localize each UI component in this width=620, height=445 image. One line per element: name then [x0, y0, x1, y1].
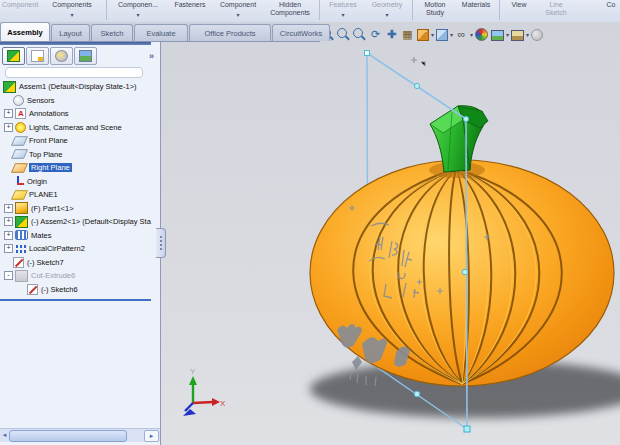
featuremanager-tab[interactable] [2, 47, 25, 65]
plane-icon [11, 150, 28, 159]
sketch-icon [13, 257, 24, 268]
zoom-in-out-icon[interactable] [353, 28, 366, 41]
tree-item-sensors[interactable]: Sensors [0, 94, 160, 108]
tree-item-part1[interactable]: +(F) Part1<1> [0, 202, 160, 216]
tree-filter-box[interactable] [5, 67, 143, 78]
ribbon-separator [499, 0, 500, 20]
expand-box[interactable]: + [4, 123, 13, 132]
ribbon-button-fasteners[interactable]: Fasteners [167, 0, 213, 23]
annotations-icon [15, 108, 26, 119]
ribbon-button-line-sketch[interactable]: LineSketch [536, 0, 576, 23]
dropdown-caret-icon[interactable]: ▾ [470, 31, 473, 38]
ribbon-separator [412, 0, 413, 20]
solidworks-window: Component Components▾ Componen...▾ Faste… [0, 0, 620, 445]
ribbon-button-components[interactable]: Components▾ [40, 0, 104, 23]
dropdown-caret-icon: ▾ [136, 12, 139, 18]
camera-disabled-icon [531, 29, 543, 41]
tree-item-assem2[interactable]: +(-) Assem2<1> (Default<Display Sta [0, 215, 160, 229]
tree-item-lights[interactable]: +Lights, Cameras and Scene [0, 121, 160, 135]
pan-icon[interactable]: ✚ [385, 28, 398, 41]
ribbon-button-move-component[interactable]: Component▾ [213, 0, 263, 23]
displaymanager-tab[interactable] [74, 47, 97, 65]
ribbon-button-component-pattern[interactable]: Componen...▾ [109, 0, 167, 23]
graphics-area[interactable]: Y X [160, 22, 620, 445]
ribbon-button-cut-off[interactable]: Co [602, 0, 620, 23]
ribbon-button-insert-component[interactable]: Component [0, 0, 40, 23]
tree-item-plane1[interactable]: PLANE1 [0, 188, 160, 202]
ribbon-separator [106, 0, 107, 20]
ribbon-button-motion-study[interactable]: MotionStudy [415, 0, 455, 23]
dropdown-caret-icon[interactable]: ▾ [450, 31, 453, 38]
panel-horizontal-scrollbar[interactable]: ◂ ▸ [0, 428, 160, 442]
zoom-to-area-icon[interactable] [337, 28, 350, 41]
feature-tree: Assem1 (Default<Display State-1>) Sensor… [0, 80, 160, 296]
featuremanager-tree-icon [7, 50, 20, 62]
propertymanager-icon [31, 50, 44, 62]
part-icon [15, 202, 28, 214]
tree-item-sketch7[interactable]: (-) Sketch7 [0, 256, 160, 270]
expand-box[interactable]: + [4, 204, 13, 213]
dropdown-caret-icon[interactable]: ▾ [431, 31, 434, 38]
expand-box[interactable]: + [4, 109, 13, 118]
move-component-icon[interactable]: ▦ [401, 28, 414, 41]
dropdown-caret-icon: ▾ [236, 12, 239, 18]
tree-item-mates[interactable]: +Mates [0, 229, 160, 243]
tree-item-origin[interactable]: Origin [0, 175, 160, 189]
dropdown-caret-icon: ▾ [70, 12, 73, 18]
view-settings-icon[interactable] [511, 30, 524, 41]
pattern-icon [15, 244, 26, 254]
cut-extrude-icon [15, 270, 28, 282]
command-manager-tabs: Assembly Layout Sketch Evaluate Office P… [0, 22, 320, 42]
tree-item-front-plane[interactable]: Front Plane [0, 134, 160, 148]
plane-gold-icon [11, 190, 28, 199]
ribbon-button-view[interactable]: View [502, 0, 536, 23]
tree-item-top-plane[interactable]: Top Plane [0, 148, 160, 162]
panel-overflow-chevron[interactable]: » [149, 51, 154, 61]
tab-evaluate[interactable]: Evaluate [134, 24, 188, 41]
view-orientation-icon[interactable] [436, 29, 448, 41]
edit-appearance-icon[interactable] [475, 28, 488, 41]
rotate-view-icon[interactable]: ⟳ [369, 28, 382, 41]
tree-item-annotations[interactable]: +Annotations [0, 107, 160, 121]
dropdown-caret-icon: ▾ [341, 12, 344, 18]
panel-splitter-handle[interactable] [156, 228, 166, 258]
tree-item-right-plane[interactable]: Right Plane [0, 161, 160, 175]
ribbon-button-hidden-components[interactable]: HiddenComponents [263, 0, 317, 23]
feature-manager-panel: » Assem1 (Default<Display State-1>) Sens… [0, 41, 161, 445]
expand-box[interactable]: + [4, 231, 13, 240]
hide-show-items-icon[interactable]: ∞ [455, 28, 468, 41]
expand-box[interactable]: - [4, 271, 13, 280]
dropdown-caret-icon[interactable]: ▾ [506, 31, 509, 38]
ribbon-button-materials[interactable]: Materials [455, 0, 497, 23]
tab-layout[interactable]: Layout [51, 24, 90, 41]
scroll-right-arrow-icon[interactable]: ▸ [144, 430, 159, 442]
tab-assembly[interactable]: Assembly [0, 22, 50, 41]
ribbon-button-assembly-features[interactable]: Features▾ [322, 0, 364, 23]
rollback-bar[interactable] [0, 299, 151, 301]
ribbon-button-reference-geometry[interactable]: Geometry▾ [364, 0, 410, 23]
plane-icon [11, 136, 28, 145]
assembly-icon [15, 216, 28, 228]
tab-sketch[interactable]: Sketch [91, 24, 133, 41]
lights-icon [15, 122, 26, 133]
assembly-icon [3, 81, 16, 93]
apply-scene-icon[interactable] [491, 30, 504, 41]
sketch-icon [27, 284, 38, 295]
configurationmanager-tab[interactable] [50, 47, 73, 65]
heads-up-view-toolbar: ⟳ ✚ ▦ ▾ ▾ ∞▾ ▾ ▾ [321, 25, 543, 43]
tree-item-sketch6[interactable]: (-) Sketch6 [0, 283, 160, 297]
scrollbar-thumb[interactable] [9, 430, 127, 442]
tab-office-products[interactable]: Office Products [189, 24, 271, 41]
expand-box[interactable]: + [4, 244, 13, 253]
scroll-left-arrow-icon[interactable]: ◂ [0, 430, 9, 440]
tree-item-localcirpattern2[interactable]: +LocalCirPattern2 [0, 242, 160, 256]
propertymanager-tab[interactable] [26, 47, 49, 65]
plane-selected-icon [11, 163, 28, 172]
dropdown-caret-icon[interactable]: ▾ [526, 31, 529, 38]
expand-box[interactable]: + [4, 217, 13, 226]
section-view-icon[interactable] [417, 29, 429, 41]
tree-item-cut-extrude6[interactable]: -Cut-Extrude6 [0, 269, 160, 283]
tab-circuitworks[interactable]: CircuitWorks [272, 24, 330, 41]
tree-item-assem1[interactable]: Assem1 (Default<Display State-1>) [0, 80, 160, 94]
triad-y-label: Y [190, 367, 196, 376]
